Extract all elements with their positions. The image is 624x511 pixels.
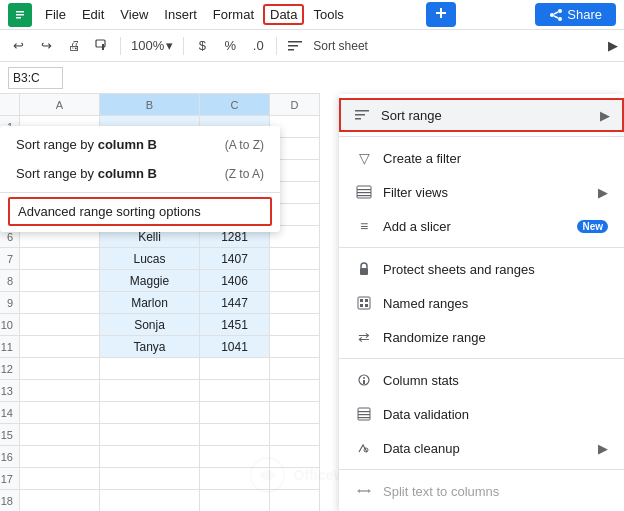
sort-za-item[interactable]: Sort range by column B (Z to A) bbox=[0, 159, 280, 188]
zoom-value: 100% bbox=[131, 38, 164, 53]
sheets-logo bbox=[8, 3, 32, 27]
cell-reference-bar: B3:C bbox=[0, 62, 320, 94]
dd-sep-2 bbox=[339, 247, 624, 248]
menu-view[interactable]: View bbox=[113, 4, 155, 25]
dd-sort-range[interactable]: Sort range ▶ bbox=[339, 98, 624, 132]
dd-sep-4 bbox=[339, 469, 624, 470]
dd-add-slicer[interactable]: ≡ Add a slicer New bbox=[339, 209, 624, 243]
svg-marker-38 bbox=[357, 489, 360, 493]
svg-line-10 bbox=[554, 16, 558, 18]
data-cleanup-icon bbox=[355, 439, 373, 457]
share-button[interactable]: Share bbox=[535, 3, 616, 26]
data-cleanup-arrow: ▶ bbox=[598, 441, 608, 456]
sort-icon[interactable] bbox=[283, 34, 307, 58]
dd-data-validation[interactable]: Data validation bbox=[339, 397, 624, 431]
svg-rect-13 bbox=[288, 41, 302, 43]
svg-rect-34 bbox=[358, 414, 370, 415]
dd-named-ranges[interactable]: Named ranges bbox=[339, 286, 624, 320]
data-menu-dropdown: Sort range ▶ ▽ Create a filter Filter vi… bbox=[339, 94, 624, 511]
decimal-button[interactable]: .0 bbox=[246, 34, 270, 58]
sort-za-sub: (Z to A) bbox=[225, 167, 264, 181]
svg-rect-1 bbox=[16, 11, 24, 13]
svg-rect-15 bbox=[288, 49, 294, 51]
add-button[interactable] bbox=[426, 2, 456, 27]
menu-data[interactable]: Data bbox=[263, 4, 304, 25]
dd-sep-1 bbox=[339, 136, 624, 137]
split-text-icon bbox=[355, 482, 373, 500]
svg-rect-17 bbox=[355, 114, 365, 116]
toolbar-sep-1 bbox=[120, 37, 121, 55]
dd-split-text-label: Split text to columns bbox=[383, 484, 499, 499]
currency-button[interactable]: $ bbox=[190, 34, 214, 58]
dd-randomize[interactable]: ⇄ Randomize range bbox=[339, 320, 624, 354]
new-badge: New bbox=[577, 220, 608, 233]
svg-marker-39 bbox=[368, 489, 371, 493]
dd-filter-views-label: Filter views bbox=[383, 185, 448, 200]
dd-data-cleanup[interactable]: Data cleanup ▶ bbox=[339, 431, 624, 465]
dd-protect-sheets[interactable]: Protect sheets and ranges bbox=[339, 252, 624, 286]
svg-point-36 bbox=[364, 448, 368, 452]
dd-filter-views[interactable]: Filter views ▶ bbox=[339, 175, 624, 209]
menu-insert[interactable]: Insert bbox=[157, 4, 204, 25]
lock-icon bbox=[355, 260, 373, 278]
randomize-icon: ⇄ bbox=[355, 328, 373, 346]
svg-rect-5 bbox=[436, 12, 446, 14]
dd-sort-range-label: Sort range bbox=[381, 108, 442, 123]
svg-rect-27 bbox=[365, 299, 368, 302]
svg-rect-12 bbox=[102, 44, 104, 50]
filter-views-icon bbox=[355, 183, 373, 201]
sort-range-arrow: ▶ bbox=[600, 108, 610, 123]
menu-edit[interactable]: Edit bbox=[75, 4, 111, 25]
sort-az-item[interactable]: Sort range by column B (A to Z) bbox=[0, 130, 280, 159]
dd-filter-label: Create a filter bbox=[383, 151, 461, 166]
toolbar-sep-3 bbox=[276, 37, 277, 55]
cell-ref-value: B3:C bbox=[13, 71, 40, 85]
cell-ref-input[interactable]: B3:C bbox=[8, 67, 63, 89]
named-ranges-icon bbox=[355, 294, 373, 312]
dd-data-cleanup-label: Data cleanup bbox=[383, 441, 460, 456]
svg-rect-28 bbox=[365, 304, 368, 307]
share-label: Share bbox=[567, 7, 602, 22]
dd-data-validation-label: Data validation bbox=[383, 407, 469, 422]
svg-rect-25 bbox=[360, 299, 363, 302]
svg-point-30 bbox=[363, 377, 365, 379]
sort-az-label: Sort range by column B bbox=[16, 137, 221, 152]
svg-rect-21 bbox=[357, 192, 371, 193]
filter-icon: ▽ bbox=[355, 149, 373, 167]
undo-button[interactable]: ↩ bbox=[6, 34, 30, 58]
filter-views-arrow: ▶ bbox=[598, 185, 608, 200]
dd-column-stats-label: Column stats bbox=[383, 373, 459, 388]
sort-az-sub: (A to Z) bbox=[225, 138, 264, 152]
expand-arrow[interactable]: ▶ bbox=[608, 38, 618, 53]
menu-bar: File Edit View Insert Format Data Tools … bbox=[0, 0, 624, 30]
menu-format[interactable]: Format bbox=[206, 4, 261, 25]
paint-format-button[interactable] bbox=[90, 34, 114, 58]
print-button[interactable]: 🖨 bbox=[62, 34, 86, 58]
svg-rect-16 bbox=[355, 110, 369, 112]
sort-range-icon bbox=[353, 106, 371, 124]
dd-column-stats[interactable]: Column stats bbox=[339, 363, 624, 397]
data-validation-icon bbox=[355, 405, 373, 423]
column-stats-icon bbox=[355, 371, 373, 389]
svg-rect-14 bbox=[288, 45, 298, 47]
context-menu-area: Sort range by column B (A to Z) Sort ran… bbox=[0, 94, 624, 511]
menu-file[interactable]: File bbox=[38, 4, 73, 25]
svg-rect-18 bbox=[355, 118, 361, 120]
advanced-sort-item[interactable]: Advanced range sorting options bbox=[8, 197, 272, 226]
dd-protect-label: Protect sheets and ranges bbox=[383, 262, 535, 277]
toolbar-sep-2 bbox=[183, 37, 184, 55]
svg-point-7 bbox=[550, 13, 554, 17]
sort-za-label: Sort range by column B bbox=[16, 166, 221, 181]
percent-button[interactable]: % bbox=[218, 34, 242, 58]
dd-randomize-label: Randomize range bbox=[383, 330, 486, 345]
menu-tools[interactable]: Tools bbox=[306, 4, 350, 25]
svg-line-9 bbox=[554, 12, 558, 14]
redo-button[interactable]: ↪ bbox=[34, 34, 58, 58]
sort-submenu: Sort range by column B (A to Z) Sort ran… bbox=[0, 126, 280, 232]
dd-split-text[interactable]: Split text to columns bbox=[339, 474, 624, 508]
zoom-control[interactable]: 100% ▾ bbox=[127, 36, 177, 55]
dd-create-filter[interactable]: ▽ Create a filter bbox=[339, 141, 624, 175]
svg-rect-20 bbox=[357, 189, 371, 190]
svg-rect-33 bbox=[358, 411, 370, 412]
dd-sep-3 bbox=[339, 358, 624, 359]
